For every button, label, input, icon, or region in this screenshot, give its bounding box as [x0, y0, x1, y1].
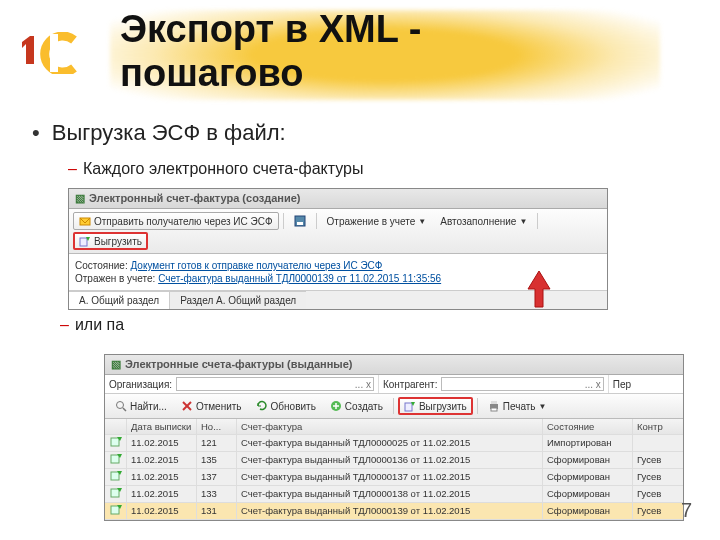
row-icon — [105, 452, 127, 468]
slide-title: Экспорт в XML - пошагово — [120, 8, 421, 95]
btn-save-icon[interactable] — [288, 212, 312, 230]
send-icon — [79, 215, 91, 227]
cell-number: 131 — [197, 503, 237, 519]
separator — [537, 213, 538, 229]
svg-rect-14 — [111, 438, 119, 446]
search-icon — [115, 400, 127, 412]
col-counterparty[interactable]: Контр — [633, 419, 683, 434]
svg-rect-12 — [491, 401, 497, 404]
cell-date: 11.02.2015 — [127, 469, 197, 485]
cell-counterparty — [633, 435, 683, 451]
cell-date: 11.02.2015 — [127, 486, 197, 502]
table-row[interactable]: 11.02.2015135Счет-фактура выданный ТДЛ00… — [105, 452, 683, 469]
tab-section-a-full[interactable]: Раздел А. Общий раздел — [170, 291, 306, 309]
table-row[interactable]: 11.02.2015121Счет-фактура выданный ТДЛ00… — [105, 435, 683, 452]
row-icon — [105, 486, 127, 502]
cell-status: Сформирован — [543, 452, 633, 468]
status-link[interactable]: Документ готов к отправке получателю чер… — [130, 260, 382, 271]
separator — [316, 213, 317, 229]
svg-point-5 — [117, 402, 124, 409]
cell-invoice: Счет-фактура выданный ТДЛ0000137 от 11.0… — [237, 469, 543, 485]
title-line2: пошагово — [120, 52, 304, 94]
logo-1c — [22, 32, 94, 78]
lbl-period: Пер — [613, 379, 631, 390]
save-icon — [294, 215, 306, 227]
input-counterparty[interactable]: ... x — [441, 377, 603, 391]
btn-autofill[interactable]: Автозаполнение ▼ — [434, 213, 533, 230]
svg-rect-15 — [111, 455, 119, 463]
btn-export-list-highlighted[interactable]: Выгрузить — [398, 397, 473, 415]
lbl-counterparty: Контрагент: — [383, 379, 437, 390]
cell-number: 121 — [197, 435, 237, 451]
sub2-text: или па — [75, 316, 124, 333]
btn-cancel[interactable]: Отменить — [175, 397, 248, 415]
separator — [393, 398, 394, 414]
svg-rect-17 — [111, 489, 119, 497]
table-row[interactable]: 11.02.2015131Счет-фактура выданный ТДЛ00… — [105, 503, 683, 520]
svg-line-6 — [123, 408, 126, 411]
svg-rect-10 — [405, 403, 412, 411]
red-arrow-callout — [526, 269, 552, 311]
table-row[interactable]: 11.02.2015137Счет-фактура выданный ТДЛ00… — [105, 469, 683, 486]
cell-invoice: Счет-фактура выданный ТДЛ0000138 от 11.0… — [237, 486, 543, 502]
reflect-link[interactable]: Счет-фактура выданный ТДЛ0000139 от 11.0… — [158, 273, 441, 284]
svg-rect-4 — [80, 238, 87, 246]
export-icon — [404, 400, 416, 412]
bullet-dot: • — [32, 120, 40, 145]
status-label: Состояние: — [75, 260, 128, 271]
separator — [283, 213, 284, 229]
bullet-dash: – — [60, 316, 69, 333]
btn-reflect[interactable]: Отражение в учете ▼ — [321, 213, 433, 230]
cell-date: 11.02.2015 — [127, 452, 197, 468]
btn-export-highlighted[interactable]: Выгрузить — [73, 232, 148, 250]
col-date[interactable]: Дата выписки — [127, 419, 197, 434]
cell-status: Сформирован — [543, 486, 633, 502]
cell-counterparty: Гусев — [633, 486, 683, 502]
separator — [477, 398, 478, 414]
cell-date: 11.02.2015 — [127, 503, 197, 519]
btn-refresh[interactable]: Обновить — [250, 397, 322, 415]
bullet-level2-b-truncated: –или па — [60, 316, 124, 334]
export-icon — [79, 235, 91, 247]
cell-status: Импортирован — [543, 435, 633, 451]
tab-section-a[interactable]: А. Общий раздел — [69, 291, 170, 309]
cancel-icon — [181, 400, 193, 412]
reflect-label: Отражен в учете: — [75, 273, 155, 284]
lbl-organization: Организация: — [109, 379, 172, 390]
cell-counterparty: Гусев — [633, 452, 683, 468]
sub1-text: Каждого электронного счета-фактуры — [83, 160, 364, 177]
row-icon — [105, 435, 127, 451]
cell-number: 133 — [197, 486, 237, 502]
row-icon — [105, 503, 127, 519]
cell-date: 11.02.2015 — [127, 435, 197, 451]
btn-print[interactable]: Печать ▼ — [482, 397, 553, 415]
col-number[interactable]: Но... — [197, 419, 237, 434]
cell-counterparty: Гусев — [633, 503, 683, 519]
cell-status: Сформирован — [543, 469, 633, 485]
cell-invoice: Счет-фактура выданный ТДЛ0000139 от 11.0… — [237, 503, 543, 519]
cell-counterparty: Гусев — [633, 469, 683, 485]
cell-invoice: Счет-фактура выданный ТДЛ0000025 от 11.0… — [237, 435, 543, 451]
bullet-level2-a: –Каждого электронного счета-фактуры — [68, 160, 700, 178]
screenshot-invoice-form: ▧Электронный счет-фактура (создание) Отп… — [68, 188, 608, 310]
svg-rect-16 — [111, 472, 119, 480]
btn-find[interactable]: Найти... — [109, 397, 173, 415]
cell-status: Сформирован — [543, 503, 633, 519]
bullet-level1: •Выгрузка ЭСФ в файл: — [32, 120, 700, 146]
window-title-2: ▧Электронные счета-фактуры (выданные) — [105, 355, 683, 375]
input-organization[interactable]: ... x — [176, 377, 374, 391]
window-title-1: ▧Электронный счет-фактура (создание) — [69, 189, 607, 209]
col-status[interactable]: Состояние — [543, 419, 633, 434]
table-row[interactable]: 11.02.2015133Счет-фактура выданный ТДЛ00… — [105, 486, 683, 503]
bullet1-text: Выгрузка ЭСФ в файл: — [52, 120, 286, 145]
svg-rect-13 — [491, 408, 497, 411]
print-icon — [488, 400, 500, 412]
page-number: 7 — [681, 499, 692, 522]
cell-invoice: Счет-фактура выданный ТДЛ0000136 от 11.0… — [237, 452, 543, 468]
col-invoice[interactable]: Счет-фактура — [237, 419, 543, 434]
btn-create[interactable]: Создать — [324, 397, 389, 415]
title-line1: Экспорт в XML - — [120, 8, 421, 50]
bullet-dash: – — [68, 160, 77, 177]
cell-number: 137 — [197, 469, 237, 485]
btn-send-via-is-esf[interactable]: Отправить получателю через ИС ЭСФ — [73, 212, 279, 230]
